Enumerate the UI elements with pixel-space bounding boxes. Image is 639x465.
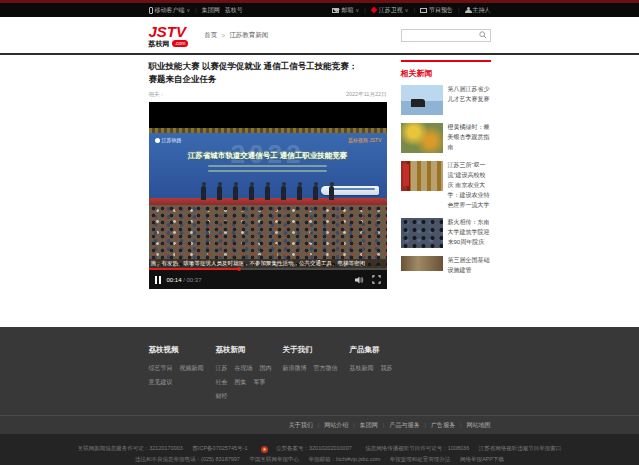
lizhi-watermark: 荔枝视频 JSTV (348, 137, 382, 143)
search-icon (479, 31, 487, 39)
icp-license-link[interactable]: 苏ICP备07025745号-1 (192, 445, 247, 451)
related-news-thumbnail (401, 85, 443, 115)
footer-link[interactable]: 视频新闻 (180, 364, 204, 373)
search-box (401, 29, 491, 42)
volume-button[interactable] (355, 276, 364, 284)
footer-nav-separator: | (424, 422, 426, 428)
report-rules-link[interactable]: 举报受理和处置管理办法 (390, 456, 451, 462)
fullscreen-icon (372, 275, 381, 284)
footer-nav-link[interactable]: 关于我们 (289, 421, 313, 430)
program-schedule-link[interactable]: 节目预告 (420, 6, 453, 15)
related-news-item[interactable]: 薪火相传：东南大学建筑学院迎来90周年院庆 (401, 218, 491, 248)
breadcrumb-current[interactable]: 江苏教育新闻 (229, 31, 268, 40)
banner-subline (208, 170, 327, 172)
legal-line-2: 违法和不良信息举报电话：(025) 83187997 中国互联网举报中心 举报邮… (0, 454, 639, 464)
breadcrumb-separator: > (221, 32, 225, 39)
mobile-client-label: 移动客户端 (155, 6, 185, 15)
footer-nav-separator: | (460, 422, 462, 428)
related-news-item[interactable]: 第三届全国基础设施建管 (401, 256, 491, 276)
footer-nav-link[interactable]: 产品与服务 (389, 421, 419, 430)
footer-link[interactable]: 财经 (216, 392, 228, 401)
host-label: 主持人 (473, 6, 491, 15)
topbar-divider: | (364, 7, 366, 13)
video-stage-backdrop: 2022 江苏铁路 荔枝视频 JSTV 江苏省城市轨道交通信号工 通信工职业技能… (149, 133, 387, 205)
footer-column-about-us: 关于我们 新浪微博 官方微信 (283, 345, 350, 401)
breadcrumb-home[interactable]: 首页 (204, 31, 217, 40)
internet-report-center-link[interactable]: 中国互联网举报中心 (249, 456, 299, 462)
video-time: 00:14 / 00:37 (167, 277, 202, 283)
stage-person (233, 186, 238, 200)
site-logo[interactable]: JSTV 荔枝网 .com (149, 24, 189, 47)
article-main-column: 职业技能大赛 以赛促学促就业 通信工信号工技能竞赛： 赛题来自企业任务 相关： … (149, 60, 387, 289)
stage-person (201, 186, 206, 200)
search-button[interactable] (477, 30, 490, 41)
footer-link[interactable]: 军事 (254, 378, 266, 387)
stage-person (217, 186, 222, 200)
footer-nav-separator: | (318, 422, 320, 428)
article-title: 职业技能大赛 以赛促学促就业 通信工信号工技能竞赛： 赛题来自企业任务 (149, 60, 387, 86)
jstv-channel-menu[interactable]: 江苏卫视 ∨ (371, 6, 409, 15)
phone-icon (149, 7, 153, 14)
stage-person (265, 186, 270, 200)
footer-nav-link[interactable]: 集团网 (360, 421, 378, 430)
related-news-title: 橙黄橘绿时：最美银杏季观赏指南 (448, 123, 491, 153)
related-news-sidebar: 相关新闻 第八届江苏省少儿才艺大赛复赛 橙黄橘绿时：最美银杏季观赏指南 江苏三所… (401, 60, 491, 289)
footer-nav-link[interactable]: 网站地图 (467, 421, 491, 430)
topbar-divider: | (413, 7, 415, 13)
av-license: 信息网络传播视听节目许可证号：1008036 (365, 445, 469, 451)
footer-link[interactable]: 荔枝新闻 (350, 364, 374, 373)
mobile-client-menu[interactable]: 移动客户端 ∨ (149, 6, 191, 15)
footer-nav-link[interactable]: 网站介绍 (324, 421, 348, 430)
topbar-divider: | (458, 7, 460, 13)
footer-link[interactable]: 综艺节目 (149, 364, 173, 373)
footer-link[interactable]: 新浪微博 (283, 364, 307, 373)
related-news-title: 薪火相传：东南大学建筑学院迎来90周年院庆 (448, 218, 491, 248)
related-news-item[interactable]: 第八届江苏省少儿才艺大赛复赛 (401, 85, 491, 115)
report-email: 举报邮箱：litchi#vip.jsbc.com (309, 456, 381, 462)
footer-link[interactable]: 意见建议 (149, 378, 173, 387)
footer-column-title: 荔枝新闻 (216, 345, 283, 355)
person-icon (465, 7, 471, 13)
footer-nav-link[interactable]: 广告服务 (431, 421, 455, 430)
article-meta: 相关： 2022年11月22日 (149, 91, 387, 98)
footer-link[interactable]: 国内 (260, 364, 272, 373)
banner-title: 江苏省城市轨道交通信号工 通信工职业技能竞赛 (149, 151, 387, 161)
video-player[interactable]: 2022 江苏铁路 荔枝视频 JSTV 江苏省城市轨道交通信号工 通信工职业技能… (149, 102, 387, 289)
footer-link[interactable]: 我苏 (381, 364, 393, 373)
lizhi-account-link[interactable]: 荔枝号 (225, 6, 243, 15)
lizhi-account-label: 荔枝号 (225, 6, 243, 15)
footer-link[interactable]: 官方微信 (314, 364, 338, 373)
video-frame: 2022 江苏铁路 荔枝视频 JSTV 江苏省城市轨道交通信号工 通信工职业技能… (149, 128, 387, 268)
topbar-left-group: 移动客户端 ∨ | 集团网 荔枝号 (149, 6, 243, 15)
related-news-thumbnail (401, 256, 443, 271)
footer-nav-separator: | (353, 422, 355, 428)
footer-column-products: 产品集群 荔枝新闻 我苏 (350, 345, 417, 401)
footer-link[interactable]: 社会 (216, 378, 228, 387)
report-app-link[interactable]: 网络举报APP下载 (460, 456, 504, 462)
related-news-item[interactable]: 江苏三所“双一流”建设高校校庆 南京农业大学：建设农业特色世界一流大学 (401, 161, 491, 210)
stage-people-row (149, 186, 387, 200)
footer-link[interactable]: 在现场 (235, 364, 253, 373)
stage-person (281, 186, 286, 200)
logo-com-badge: .com (172, 40, 189, 47)
stage-person (313, 186, 318, 200)
host-link[interactable]: 主持人 (465, 6, 491, 15)
fullscreen-button[interactable] (372, 275, 381, 284)
volume-icon (355, 276, 364, 284)
police-emblem-icon: ★ (261, 446, 268, 453)
footer-link[interactable]: 图集 (235, 378, 247, 387)
related-news-item[interactable]: 橙黄橘绿时：最美银杏季观赏指南 (401, 123, 491, 153)
search-input[interactable] (402, 32, 477, 38)
police-filing-link[interactable]: 公安备案号：32010202010007 (276, 445, 352, 451)
legal-section: 互联网新闻信息服务许可证：32120170003 苏ICP备07025745号-… (0, 434, 639, 465)
stage-person (297, 186, 302, 200)
footer-column-lizhi-news: 荔枝新闻 江苏 在现场 国内 社会 图集 军事 财经 (216, 345, 283, 401)
group-site-link[interactable]: 集团网 (202, 6, 220, 15)
footer-link[interactable]: 江苏 (216, 364, 228, 373)
pause-button[interactable] (155, 276, 161, 284)
top-utility-bar: 移动客户端 ∨ | 集团网 荔枝号 邮箱 ∨ | 江苏卫视 ∨ | (0, 3, 639, 17)
jstv-channel-label: 江苏卫视 (379, 6, 403, 15)
mail-menu[interactable]: 邮箱 ∨ (332, 6, 359, 15)
footer-column-title: 产品集群 (350, 345, 417, 355)
report-window-link[interactable]: 江苏省网络视听违规节目举报窗口 (479, 445, 562, 451)
